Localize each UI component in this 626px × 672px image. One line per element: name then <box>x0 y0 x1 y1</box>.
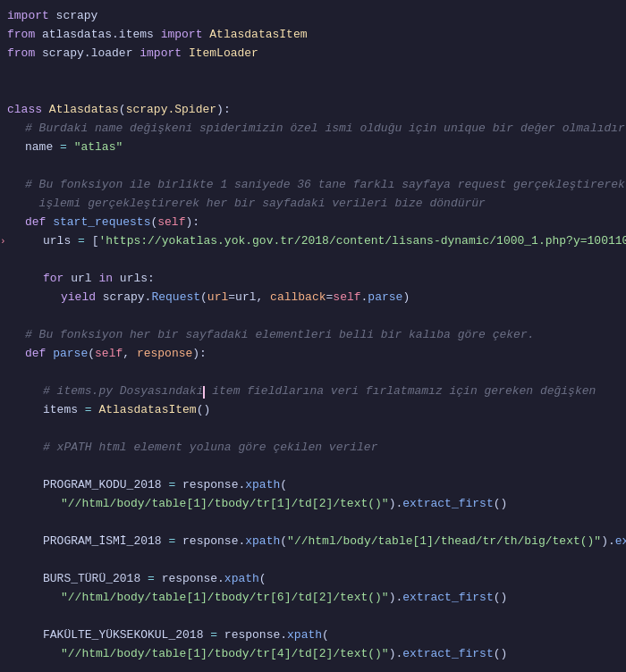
line-content <box>7 458 14 476</box>
token-punc: . <box>361 289 368 307</box>
code-line: import scrapy <box>0 7 626 26</box>
token-var <box>202 26 209 45</box>
token-punc: () <box>494 645 508 664</box>
line-content: class Atlasdatas(scrapy.Spider): <box>7 101 231 120</box>
token-cls: AtlasdatasItem <box>209 26 307 45</box>
line-gutter <box>0 589 7 608</box>
line-gutter <box>0 439 7 458</box>
line-content: def start_requests(self): <box>7 214 199 232</box>
token-str: "atlas" <box>74 139 123 157</box>
token-method: xpath <box>287 626 322 645</box>
token-punc: ) <box>185 214 192 232</box>
code-line: for url in urls: <box>0 270 626 289</box>
token-method: extract_first <box>402 495 493 514</box>
token-punc: ( <box>259 570 266 589</box>
token-punc: ) <box>389 495 396 514</box>
code-line <box>0 514 626 533</box>
line-content: # Bu fonksiyon ile birlikte 1 saniyede 3… <box>7 176 626 195</box>
code-line: class Atlasdatas(scrapy.Spider): <box>0 101 626 120</box>
line-content: # Burdaki name değişkeni spiderimizin öz… <box>7 120 625 139</box>
code-line: ›urls = ['https://yokatlas.yok.gov.tr/20… <box>0 232 626 251</box>
line-gutter <box>0 458 7 476</box>
token-punc: ) <box>192 345 199 364</box>
line-gutter <box>0 533 7 551</box>
code-line: "//html/body/table[1]/tbody/tr[1]/td[2]/… <box>0 495 626 514</box>
token-eq: = <box>140 570 161 589</box>
code-line <box>0 458 626 476</box>
line-content <box>7 307 14 326</box>
code-line: PROGRAM_KODU_2018 = response.xpath( <box>0 476 626 495</box>
line-content: # Bu fonksiyon her bir sayfadaki element… <box>7 326 535 345</box>
token-method: extract_first <box>615 533 626 551</box>
line-content: işlemi gerçekleştirerek her bir sayfadak… <box>7 195 486 214</box>
token-var <box>46 214 53 232</box>
token-kw: def <box>25 345 46 364</box>
token-punc: . <box>395 589 402 608</box>
line-gutter <box>0 157 7 176</box>
code-line: name = "atlas" <box>0 139 626 157</box>
token-punc: ( <box>150 214 157 232</box>
line-content: # items.py Dosyasındaki item fieldlarına… <box>7 382 596 401</box>
token-var: url <box>235 289 256 307</box>
token-method: xpath <box>245 476 280 495</box>
line-gutter <box>0 645 7 664</box>
token-punc: [ <box>92 232 99 251</box>
line-content: from scrapy.loader import ItemLoader <box>7 45 258 63</box>
token-punc: ) <box>216 101 224 120</box>
token-param: url <box>207 289 228 307</box>
token-punc: ( <box>280 533 287 551</box>
line-content: urls = ['https://yokatlas.yok.gov.tr/201… <box>7 232 626 251</box>
token-str: "//html/body/table[1]/tbody/tr[1]/td[2]/… <box>61 495 389 514</box>
line-gutter <box>0 82 7 101</box>
code-line: BURS_TÜRÜ_2018 = response.xpath( <box>0 570 626 589</box>
token-method: Request <box>151 289 200 307</box>
line-gutter <box>0 476 7 495</box>
token-str: "//html/body/table[1]/tbody/tr[4]/td[2]/… <box>61 645 389 664</box>
code-line: # Bu fonksiyon her bir sayfadaki element… <box>0 326 626 345</box>
token-self-kw: self <box>95 345 123 364</box>
code-line: # xPATH html element yoluna göre çekilen… <box>0 439 626 458</box>
line-gutter <box>0 120 7 139</box>
line-gutter <box>0 289 7 307</box>
line-content <box>7 420 14 439</box>
code-line <box>0 608 626 626</box>
token-punc: ( <box>88 345 95 364</box>
token-punc: = <box>326 289 334 307</box>
token-var: url <box>63 270 98 289</box>
token-const: PROGRAM_KODU_2018 <box>43 476 162 495</box>
code-line: # Bu fonksiyon ile birlikte 1 saniyede 3… <box>0 176 626 195</box>
code-line: "//html/body/table[1]/tbody/tr[6]/td[2]/… <box>0 589 626 608</box>
token-punc: ( <box>280 476 287 495</box>
line-content: name = "atlas" <box>7 139 123 157</box>
token-eq: = <box>162 476 182 495</box>
line-content: FAKÜLTE_YÜKSEKOKUL_2018 = response.xpath… <box>7 626 329 645</box>
token-kw: yield <box>61 289 96 307</box>
token-const: FAKÜLTE_YÜKSEKOKUL_2018 <box>43 626 203 645</box>
token-cmt: # items.py Dosyasındaki <box>43 382 203 401</box>
token-punc: () <box>494 589 508 608</box>
token-punc: : <box>199 345 207 364</box>
line-content: "//html/body/table[1]/tbody/tr[4]/td[2]/… <box>7 645 507 664</box>
line-gutter <box>0 176 7 195</box>
token-eq: = <box>53 139 73 157</box>
token-self-kw: self <box>157 214 185 232</box>
token-cls: Atlasdatas <box>49 101 119 120</box>
token-cmt: # Burdaki name değişkeni spiderimizin öz… <box>25 120 625 139</box>
token-cmt: işlemi gerçekleştirerek her bir sayfadak… <box>25 195 486 214</box>
code-line: işlemi gerçekleştirerek her bir sayfadak… <box>0 195 626 214</box>
token-cls: ItemLoader <box>189 45 258 63</box>
token-cls: scrapy.Spider <box>126 101 216 120</box>
token-self-kw: self <box>333 289 360 307</box>
token-punc: ( <box>119 101 126 120</box>
token-var <box>42 101 49 120</box>
line-content: "//html/body/table[1]/tbody/tr[6]/td[2]/… <box>7 589 507 608</box>
token-var: items <box>43 401 78 420</box>
line-gutter <box>0 551 7 570</box>
line-gutter <box>0 214 7 232</box>
line-content: BURS_TÜRÜ_2018 = response.xpath( <box>7 570 266 589</box>
token-fn: parse <box>53 345 88 364</box>
line-gutter <box>0 7 7 26</box>
token-var: scrapy.loader <box>35 45 140 63</box>
token-kw: from <box>7 26 35 45</box>
code-line: def start_requests(self): <box>0 214 626 232</box>
